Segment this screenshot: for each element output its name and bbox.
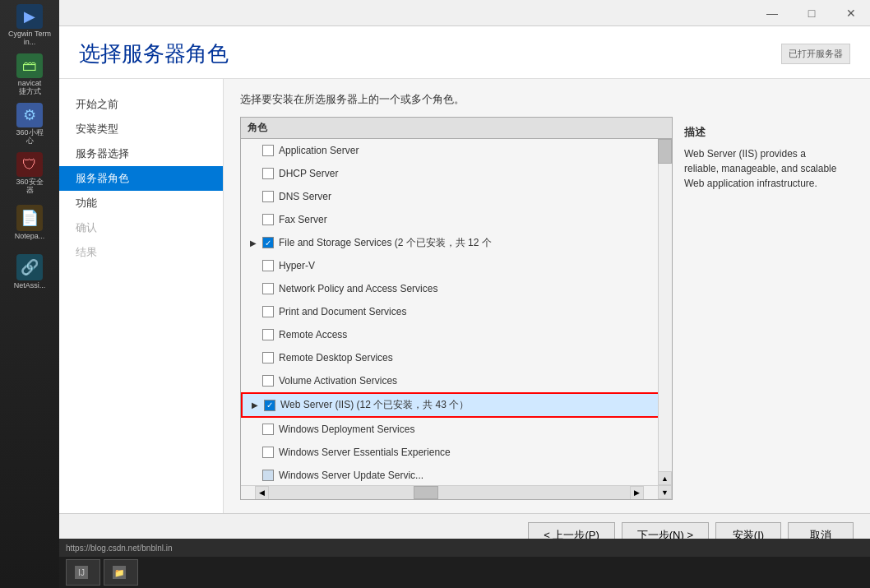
role-item-winessentials[interactable]: Windows Server Essentials Experience — [241, 441, 672, 464]
nav-item-result: 结果 — [59, 240, 223, 265]
expand-placeholder — [248, 191, 259, 202]
role-item-hyperv[interactable]: Hyper-V — [241, 254, 672, 277]
description-panel: 描述 Web Server (IIS) provides a reliable,… — [673, 117, 854, 500]
checkbox-webserver[interactable]: ✓ — [264, 400, 275, 411]
expand-placeholder — [248, 329, 259, 340]
expand-placeholder — [248, 306, 259, 317]
sidebar-icon-netassi[interactable]: 🔗 NetAssi... — [8, 251, 51, 294]
h-scroll-thumb[interactable] — [414, 486, 438, 499]
maximize-button[interactable]: □ — [793, 0, 831, 26]
role-item-dhcp[interactable]: DHCP Server — [241, 162, 672, 185]
role-item-volumeact[interactable]: Volume Activation Services — [241, 369, 672, 392]
checkbox-networkpolicy[interactable] — [262, 283, 274, 294]
sidebar-icon-360sec[interactable]: 🛡 360安全器 — [8, 152, 51, 195]
nav-item-features[interactable]: 功能 — [59, 191, 223, 215]
checkbox-windeployment[interactable] — [262, 424, 274, 435]
checkbox-winupdate[interactable] — [262, 470, 274, 481]
role-name-webserver: Web Server (IIS) (12 个已安装，共 43 个） — [280, 398, 664, 412]
role-item-filestorage[interactable]: ▶ ✓ File and Storage Services (2 个已安装，共 … — [241, 231, 672, 254]
horizontal-scrollbar[interactable]: ◀ ▶ — [241, 485, 658, 499]
expand-placeholder — [248, 145, 259, 156]
scroll-down-arrow[interactable]: ▼ — [658, 485, 672, 499]
taskbar-item-ij[interactable]: IJ — [66, 559, 100, 586]
role-name-winessentials: Windows Server Essentials Experience — [279, 447, 665, 458]
role-item-remotedesktop[interactable]: Remote Desktop Services — [241, 346, 672, 369]
window-titlebar: — □ ✕ — [59, 0, 870, 26]
expand-filestorage[interactable]: ▶ — [248, 237, 259, 248]
role-item-remoteaccess[interactable]: Remote Access — [241, 323, 672, 346]
sidebar: ▶ Cygwin Termin... 🗃 navicat捷方式 ⚙ 360小程心… — [0, 0, 59, 588]
description-title: 描述 — [684, 125, 842, 140]
scroll-left-arrow[interactable]: ◀ — [255, 486, 269, 500]
instruction-text: 选择要安装在所选服务器上的一个或多个角色。 — [240, 92, 854, 107]
role-item-printdoc[interactable]: Print and Document Services — [241, 300, 672, 323]
role-item-dns[interactable]: DNS Server — [241, 185, 672, 208]
taskbar-icon-2: 📁 — [113, 566, 126, 579]
window-header: 选择服务器角色 已打开服务器 — [59, 26, 870, 79]
nav-item-confirm: 确认 — [59, 215, 223, 240]
scroll-up-arrow[interactable]: ▲ — [658, 471, 672, 485]
role-name-filestorage: File and Storage Services (2 个已安装，共 12 个 — [279, 236, 665, 250]
nav-item-install-type[interactable]: 安装类型 — [59, 117, 223, 141]
nav-item-server-select[interactable]: 服务器选择 — [59, 141, 223, 166]
role-name-printdoc: Print and Document Services — [279, 306, 665, 317]
checkbox-filestorage[interactable]: ✓ — [262, 237, 274, 248]
nav-item-start[interactable]: 开始之前 — [59, 92, 223, 117]
page-title: 选择服务器角色 — [79, 39, 229, 68]
ij-icon: IJ — [75, 566, 88, 579]
expand-placeholder — [248, 260, 259, 271]
role-name-fax: Fax Server — [279, 214, 665, 225]
sidebar-icon-360app[interactable]: ⚙ 360小程心 — [8, 103, 51, 146]
header-right-info: 已打开服务器 — [781, 44, 850, 64]
checkbox-winessentials[interactable] — [262, 447, 274, 458]
role-name-volumeact: Volume Activation Services — [279, 375, 665, 387]
role-item-fax[interactable]: Fax Server — [241, 208, 672, 231]
expand-placeholder — [248, 283, 259, 294]
minimize-button[interactable]: — — [753, 0, 791, 26]
status-bar-text: https://blog.csdn.net/bnblnl.in — [66, 544, 173, 553]
expand-placeholder — [248, 352, 259, 363]
checkbox-volumeact[interactable] — [262, 375, 274, 387]
vertical-scrollbar[interactable]: ▲ ▼ — [658, 139, 672, 499]
expand-placeholder — [248, 168, 259, 179]
checkbox-hyperv[interactable] — [262, 260, 274, 271]
checkbox-dns[interactable] — [262, 191, 274, 202]
checkbox-dhcp[interactable] — [262, 168, 274, 179]
h-scroll-track — [269, 486, 630, 499]
role-item-windeployment[interactable]: Windows Deployment Services — [241, 418, 672, 441]
checkbox-appserver[interactable] — [262, 145, 274, 156]
main-window: 选择服务器角色 已打开服务器 开始之前 安装类型 服务器选择 服务器角色 功能 … — [59, 26, 870, 557]
checkbox-remotedesktop[interactable] — [262, 352, 274, 363]
role-item-winupdate[interactable]: Windows Server Update Servic... — [241, 464, 672, 487]
role-name-appserver: Application Server — [279, 145, 665, 156]
left-nav: 开始之前 安装类型 服务器选择 服务器角色 功能 确认 结果 — [59, 79, 224, 513]
role-name-networkpolicy: Network Policy and Access Services — [279, 283, 665, 294]
window-controls: — □ ✕ — [753, 0, 870, 26]
sidebar-icon-notepad[interactable]: 📄 Notepa... — [8, 201, 51, 244]
roles-header: 角色 — [241, 118, 672, 139]
expand-placeholder — [248, 375, 259, 387]
expand-placeholder — [248, 214, 259, 225]
role-item-networkpolicy[interactable]: Network Policy and Access Services — [241, 277, 672, 300]
sidebar-icon-cygwin[interactable]: ▶ Cygwin Termin... — [8, 4, 51, 47]
sidebar-icon-navicat[interactable]: 🗃 navicat捷方式 — [8, 53, 51, 96]
close-button[interactable]: ✕ — [832, 0, 870, 26]
expand-webserver[interactable]: ▶ — [249, 400, 261, 411]
scroll-thumb[interactable] — [658, 139, 672, 164]
role-list: Application Server DHCP Server — [241, 139, 672, 499]
role-item-appserver[interactable]: Application Server — [241, 139, 672, 162]
role-name-remotedesktop: Remote Desktop Services — [279, 352, 665, 363]
taskbar-bottom: IJ 📁 — [59, 557, 870, 588]
checkbox-printdoc[interactable] — [262, 306, 274, 317]
role-name-dhcp: DHCP Server — [279, 168, 665, 179]
content-area: 开始之前 安装类型 服务器选择 服务器角色 功能 确认 结果 选择要安装在所选服… — [59, 79, 870, 513]
checkbox-remoteaccess[interactable] — [262, 329, 274, 340]
scroll-right-arrow[interactable]: ▶ — [630, 486, 644, 500]
role-item-webserver[interactable]: ▶ ✓ Web Server (IIS) (12 个已安装，共 43 个） — [241, 392, 672, 418]
role-name-remoteaccess: Remote Access — [279, 329, 665, 340]
expand-placeholder — [248, 424, 259, 435]
taskbar-item-2[interactable]: 📁 — [104, 559, 138, 586]
checkbox-fax[interactable] — [262, 214, 274, 225]
nav-item-server-roles[interactable]: 服务器角色 — [59, 166, 223, 191]
role-name-windeployment: Windows Deployment Services — [279, 424, 665, 435]
